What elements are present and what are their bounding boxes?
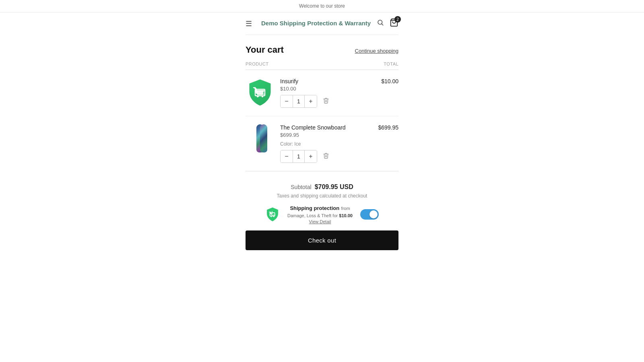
store-title: Demo Shipping Protection & Warranty (258, 19, 374, 27)
tax-note: Taxes and shipping calculated at checkou… (246, 193, 398, 199)
checkout-button[interactable]: Check out (246, 230, 398, 250)
delete-item-button[interactable] (321, 151, 331, 162)
subtotal-section: Subtotal $709.95 USD Taxes and shipping … (246, 175, 398, 250)
item-total: $10.00 (381, 78, 398, 84)
item-details-insurify: Insurify $10.00 − 1 + (280, 78, 376, 108)
qty-row: − 1 + (280, 95, 376, 108)
cart-title: Your cart (246, 45, 284, 55)
svg-point-6 (257, 95, 259, 97)
qty-value: 1 (293, 95, 305, 107)
qty-row: − 1 + (280, 150, 372, 163)
sp-title: Shipping protection (290, 205, 339, 211)
item-variant: Color: Ice (280, 141, 372, 147)
sp-view-detail-link[interactable]: View Detail (284, 219, 356, 224)
svg-point-0 (378, 20, 382, 25)
cart-items-container: Insurify $10.00 − 1 + (246, 70, 398, 171)
header-icons: 2 (374, 18, 398, 29)
menu-icon[interactable]: ☰ (246, 19, 258, 28)
cart-badge: 2 (394, 16, 401, 23)
qty-decrease-button[interactable]: − (281, 95, 293, 107)
qty-value: 1 (293, 150, 305, 162)
subtotal-value: $709.95 USD (315, 183, 353, 191)
qty-control: − 1 + (280, 95, 317, 108)
item-price: $699.95 (280, 132, 372, 138)
svg-point-7 (262, 95, 263, 97)
qty-control: − 1 + (280, 150, 317, 163)
svg-line-1 (382, 24, 383, 25)
subtotal-label: Subtotal (291, 184, 311, 190)
qty-increase-button[interactable]: + (305, 150, 317, 162)
item-total-col: $699.95 (378, 124, 398, 131)
cart-main: Your cart Continue shopping Product Tota… (246, 35, 398, 362)
sp-text: Shipping protection from Damage, Loss & … (284, 204, 356, 224)
continue-shopping-link[interactable]: Continue shopping (355, 48, 398, 54)
item-image-snowboard (246, 124, 275, 153)
shipping-protection-toggle[interactable] (360, 209, 379, 220)
table-row: The Complete Snowboard $699.95 Color: Ic… (246, 116, 398, 171)
sp-shield-icon (265, 207, 280, 222)
header: ☰ Demo Shipping Protection & Warranty 2 (246, 12, 398, 35)
item-image-insurify (246, 78, 275, 107)
delete-item-button[interactable] (321, 96, 331, 107)
shipping-protection-row: Shipping protection from Damage, Loss & … (246, 204, 398, 224)
col-total: Total (384, 62, 398, 66)
cart-table-header: Product Total (246, 62, 398, 70)
svg-point-10 (273, 216, 274, 217)
cart-header: Your cart Continue shopping (246, 35, 398, 62)
qty-increase-button[interactable]: + (305, 95, 317, 107)
item-total: $699.95 (378, 124, 398, 131)
item-price: $10.00 (280, 86, 376, 92)
item-total-col: $10.00 (381, 78, 398, 84)
table-row: Insurify $10.00 − 1 + (246, 70, 398, 116)
banner-text: Welcome to our store (299, 3, 345, 9)
toggle-thumb (369, 210, 378, 218)
col-product: Product (246, 62, 268, 66)
qty-decrease-button[interactable]: − (281, 150, 293, 162)
top-banner: Welcome to our store (0, 0, 644, 12)
item-name: The Complete Snowboard (280, 124, 372, 131)
item-details-snowboard: The Complete Snowboard $699.95 Color: Ic… (280, 124, 372, 163)
snowboard-art (252, 124, 268, 153)
item-name: Insurify (280, 78, 376, 84)
cart-icon-wrapper[interactable]: 2 (390, 18, 398, 29)
subtotal-row: Subtotal $709.95 USD (246, 183, 398, 191)
svg-point-9 (271, 216, 272, 217)
search-icon[interactable] (377, 19, 384, 28)
